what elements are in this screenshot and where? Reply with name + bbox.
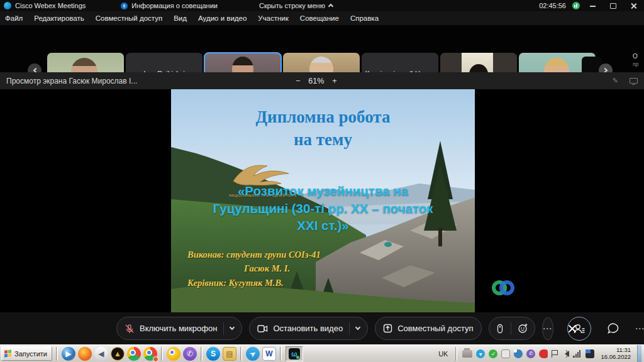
mic-muted-icon: [125, 324, 135, 334]
show-desktop-button[interactable]: [637, 345, 641, 362]
share-content-button[interactable]: Совместный доступ: [375, 317, 481, 340]
pill-divider: [511, 322, 511, 335]
slide-subtitle: «Розвиток музейництва на Гуцульщині (30-…: [177, 182, 469, 234]
aimp-icon[interactable]: ▲: [111, 347, 125, 361]
webex-app-icon: [289, 348, 300, 359]
meeting-info-icon: [121, 3, 128, 9]
menu-bar: Файл Редактировать Совместный доступ Вид…: [0, 11, 644, 25]
start-button[interactable]: Запустити: [1, 346, 52, 361]
mic-options-chevron-icon[interactable]: [230, 325, 235, 330]
eset-tray-icon[interactable]: [514, 349, 523, 358]
pill-divider: [349, 322, 350, 335]
slide-credits: Виконав: студент групи СОІз-41 Гасюк М. …: [187, 248, 321, 290]
close-button[interactable]: [626, 1, 640, 10]
share-screen-icon: [383, 324, 392, 333]
menu-audio-video[interactable]: Аудио и видео: [198, 14, 247, 22]
slide-subtitle-line3: ХХІ ст.)»: [177, 217, 469, 234]
unmute-mic-button[interactable]: Включить микрофон: [116, 317, 242, 340]
taskbar-separator: [455, 347, 457, 361]
chat-icon: [607, 322, 619, 334]
slide-subtitle-line1: «Розвиток музейництва на: [177, 182, 469, 200]
credit-name-line: Гасюк М. І.: [187, 261, 321, 275]
start-label: Запустити: [14, 350, 47, 358]
windows-taskbar: Запустити ▶ ◀ ▲ ✆ S ▤ ➤ W UK ➤ ✓ ✆: [0, 344, 644, 362]
taskbar-separator: [56, 347, 58, 361]
share-content-label: Совместный доступ: [397, 324, 473, 333]
chrome-icon[interactable]: [127, 347, 141, 361]
meeting-control-bar: Включить микрофон Остановить видео Совме…: [0, 312, 644, 344]
display-tray-icon[interactable]: [586, 349, 594, 358]
firefox-icon[interactable]: [78, 347, 92, 361]
zoom-level[interactable]: 61%: [308, 77, 324, 85]
slide-title-line2: на тему: [171, 128, 475, 151]
taskbar-separator: [161, 347, 163, 361]
more-panels-button[interactable]: ⋯: [635, 323, 644, 334]
clipboard-tray-icon[interactable]: [501, 349, 510, 358]
maximize-button[interactable]: [606, 1, 620, 10]
taskbar-clock[interactable]: 11:31 16.06.2022: [598, 347, 633, 361]
volume-icon[interactable]: [562, 351, 569, 357]
antivirus-tray-icon[interactable]: ✓: [489, 349, 497, 358]
annotate-icon[interactable]: ✎: [613, 77, 618, 85]
viber-icon[interactable]: ✆: [183, 347, 197, 361]
menu-share[interactable]: Совместный доступ: [96, 14, 162, 22]
taskbar-separator: [201, 347, 203, 361]
action-center-flag-icon[interactable]: [552, 350, 558, 358]
credit-author-line: Виконав: студент групи СОІз-41: [187, 248, 321, 261]
webex-window: Cisco Webex Meetings Информация о совеща…: [0, 0, 644, 362]
slide-subtitle-line2: Гуцульщині (30-ті рр. ХХ – початок: [177, 200, 469, 217]
presentation-slide: Дипломна робота на тему НАЦІОНАЛЬНИЙ ПРИ…: [171, 89, 475, 312]
menu-participant[interactable]: Участник: [258, 14, 289, 22]
display-icon[interactable]: [630, 78, 638, 84]
recorder-icon[interactable]: [496, 324, 504, 334]
chat-panel-button[interactable]: [601, 317, 625, 341]
slide-title: Дипломна робота на тему: [171, 106, 475, 151]
red-app-tray-icon[interactable]: [539, 349, 548, 358]
kmplayer-icon[interactable]: ◀: [94, 347, 108, 361]
menu-meeting[interactable]: Совещание: [300, 14, 339, 22]
reactions-icon[interactable]: [518, 323, 528, 334]
clipped-edge-text: О пр: [633, 53, 638, 68]
stop-video-button[interactable]: Остановить видео: [249, 317, 368, 340]
printer-tray-icon[interactable]: [462, 350, 472, 358]
hide-menu-button[interactable]: Скрыть строку меню: [259, 2, 333, 9]
telegram-icon[interactable]: ➤: [246, 347, 260, 361]
chrome-canary-icon[interactable]: [167, 347, 180, 361]
credit-supervisor-line: Керівник: Кугутяк М.В.: [187, 276, 321, 290]
title-bar: Cisco Webex Meetings Информация о совеща…: [0, 0, 644, 11]
video-options-chevron-icon[interactable]: [355, 325, 360, 330]
unmute-mic-label: Включить микрофон: [140, 324, 217, 333]
language-indicator[interactable]: UK: [436, 349, 450, 359]
participants-strip: Igor Raikivkyi Мирослав Іванович Гас... …: [0, 25, 644, 72]
recorder-reactions-pill: [489, 317, 535, 340]
minimize-button[interactable]: [586, 1, 600, 10]
clipped-text-bottom: пр: [633, 60, 638, 68]
menu-file[interactable]: Файл: [5, 14, 23, 22]
taskbar-separator: [240, 347, 242, 361]
webex-taskbar-button-active[interactable]: [286, 346, 303, 361]
stop-video-label: Остановить видео: [273, 324, 343, 333]
viber-tray-icon[interactable]: ✆: [526, 349, 535, 358]
file-manager-icon[interactable]: ▤: [223, 347, 236, 361]
slide-title-line1: Дипломна робота: [171, 106, 475, 128]
menu-view[interactable]: Вид: [174, 14, 187, 22]
skype-icon[interactable]: S: [206, 347, 220, 361]
zoom-out-button[interactable]: −: [296, 77, 300, 85]
pill-divider: [223, 322, 224, 335]
camera-icon: [257, 324, 268, 333]
meeting-info-button[interactable]: Информация о совещании: [131, 2, 218, 9]
screen-share-label: Просмотр экрана Гасюк Мирослав І...: [6, 77, 137, 85]
ellipsis-icon: ⋯: [543, 323, 553, 334]
media-player-icon[interactable]: ▶: [62, 347, 75, 361]
app-title: Cisco Webex Meetings: [15, 2, 86, 9]
menu-help[interactable]: Справка: [350, 14, 379, 22]
network-signal-icon[interactable]: [573, 350, 582, 358]
hide-menu-label: Скрыть строку меню: [259, 2, 325, 9]
zoom-in-button[interactable]: +: [332, 77, 336, 85]
telegram-tray-icon[interactable]: ➤: [476, 349, 485, 358]
more-options-button[interactable]: ⋯: [542, 317, 553, 340]
word-icon[interactable]: W: [262, 347, 276, 361]
chrome-profile-icon[interactable]: [143, 347, 157, 361]
menu-edit[interactable]: Редактировать: [34, 14, 84, 22]
screen-share-bar: Просмотр экрана Гасюк Мирослав І... − 61…: [0, 72, 644, 89]
